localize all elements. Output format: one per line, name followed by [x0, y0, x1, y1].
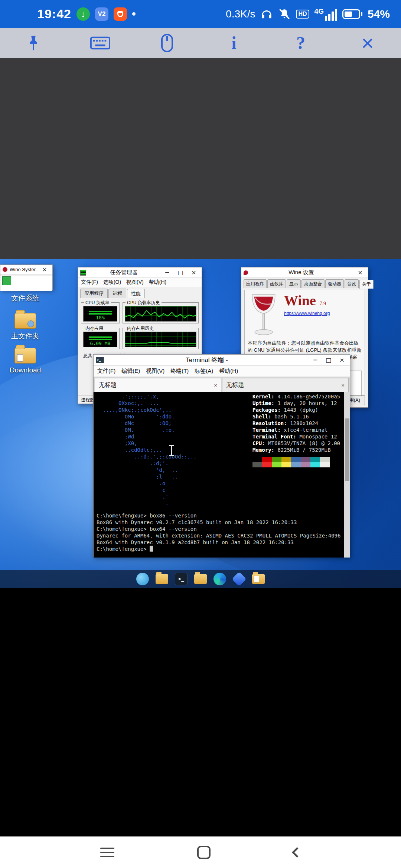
back-icon[interactable] — [292, 847, 302, 857]
tab-label: 无标题 — [99, 381, 211, 389]
winehq-link[interactable]: https://www.winehq.org — [284, 311, 330, 316]
menu-item[interactable]: 帮助(H) — [219, 368, 238, 375]
taskman-titlebar[interactable]: 任务管理器 ─ □ × — [78, 267, 202, 278]
palette-swatch — [272, 462, 281, 467]
terminal-icon[interactable]: >_ — [174, 572, 188, 586]
clock: 19:42 — [37, 7, 71, 21]
status-right-group: 0.3K/s HD 4G 54% — [226, 7, 390, 21]
remote-viewport[interactable]: 文件系统 主文件夹 Download Wine Syster... × — [0, 58, 401, 588]
gem-app-icon[interactable] — [232, 572, 246, 586]
icon-label: Download — [10, 366, 41, 374]
close-session-button[interactable]: × — [351, 30, 384, 56]
desktop-icon-download[interactable]: Download — [3, 348, 48, 374]
menu-item[interactable]: 视图(V) — [126, 279, 144, 286]
maximize-button[interactable]: □ — [175, 268, 186, 277]
scrollbar-thumb[interactable] — [345, 418, 349, 481]
bird-app-icon[interactable] — [136, 572, 150, 586]
terminal-tab[interactable]: 无标题 × — [222, 378, 349, 392]
tray-app-icon[interactable] — [2, 276, 11, 285]
menu-item[interactable]: 文件(F) — [81, 279, 98, 286]
terminal-tabbar: 无标题 × 无标题 × — [94, 377, 350, 392]
menu-item[interactable]: 终端(T) — [170, 368, 189, 375]
info-button[interactable]: i — [217, 30, 251, 56]
close-button[interactable]: × — [39, 265, 50, 274]
menu-item[interactable]: 视图(V) — [146, 368, 164, 375]
memory-led-meter: 6.09 MB — [83, 332, 117, 347]
terminal-screen[interactable]: .';::;;,'.x, 0Xxoc:,. ... ....,ONkc;.;co… — [94, 392, 350, 558]
home-icon[interactable] — [197, 846, 211, 859]
home-folder-icon — [14, 313, 36, 329]
tab-libraries[interactable]: 函数库 — [267, 279, 286, 288]
hd-badge: HD — [296, 10, 309, 19]
palette-swatch — [281, 457, 291, 462]
palette-swatch — [301, 462, 310, 467]
help-button[interactable]: ? — [284, 30, 317, 56]
tab-close-icon[interactable]: × — [214, 382, 217, 388]
tab-applications[interactable]: 应用程序 — [244, 279, 267, 288]
maximize-button[interactable]: □ — [323, 356, 334, 365]
minimize-button[interactable]: ─ — [310, 356, 321, 365]
menu-icon[interactable] — [100, 848, 114, 857]
terminal-titlebar[interactable]: >_ Terminal 终端 - ─ □ × — [94, 355, 350, 366]
pin-button[interactable] — [17, 30, 50, 56]
wine-logo-text: Wine 7.9 — [284, 293, 330, 309]
cpu-usage-value: 18% — [96, 315, 104, 320]
performance-panel: CPU 负载率 18% 内存占用 6.09 MB — [78, 298, 202, 349]
minimize-button[interactable]: ─ — [162, 268, 173, 277]
menu-item[interactable]: 编辑(E) — [121, 368, 140, 375]
folder-icon[interactable] — [193, 572, 208, 586]
close-button[interactable]: × — [355, 268, 366, 277]
winecfg-tabs: 应用程序 函数库 显示 桌面整合 驱动器 音效 关于 — [241, 278, 368, 288]
folder-icon[interactable] — [155, 572, 169, 586]
help-icon: ? — [296, 34, 305, 52]
menu-item[interactable]: 文件(F) — [97, 368, 115, 375]
tab-about[interactable]: 关于 — [359, 280, 374, 289]
menu-item[interactable]: 选项(O) — [103, 279, 121, 286]
tab-drives[interactable]: 驱动器 — [325, 279, 344, 288]
wine-icon — [3, 267, 7, 272]
info-icon: i — [231, 34, 236, 52]
remote-desktop[interactable]: 文件系统 主文件夹 Download Wine Syster... × — [0, 259, 401, 588]
tab-applications[interactable]: 应用程序 — [80, 289, 108, 298]
edge-browser-icon[interactable] — [213, 572, 227, 586]
task-manager-icon — [80, 270, 86, 276]
battery-icon — [342, 9, 362, 19]
wine-tray-window[interactable]: Wine Syster... × — [0, 264, 53, 290]
mouse-button[interactable] — [150, 30, 184, 56]
cpu-history-graph — [125, 306, 196, 322]
memory-gauge-group: 内存占用 6.09 MB — [81, 328, 120, 349]
cpu-led-meter: 18% — [83, 306, 117, 322]
palette-swatch — [252, 462, 262, 467]
tab-processes[interactable]: 进程 — [108, 289, 126, 298]
keyboard-button[interactable] — [84, 30, 117, 56]
winecfg-titlebar[interactable]: Wine 设置 × — [241, 267, 368, 278]
memory-usage-value: 6.09 MB — [90, 341, 111, 346]
desktop-icon-home[interactable]: 主文件夹 — [3, 313, 48, 341]
tray-body — [0, 276, 52, 291]
terminal-tab[interactable]: 无标题 × — [95, 378, 221, 392]
signal-bars-icon: 4G — [314, 7, 337, 21]
menu-item[interactable]: 帮助(H) — [149, 279, 166, 286]
menu-item[interactable]: 标签(A) — [195, 368, 213, 375]
terminal-scrollbar[interactable] — [344, 392, 350, 558]
remote-toolbar: i ? × — [0, 28, 401, 58]
close-button[interactable]: × — [336, 356, 348, 365]
tab-desktop-integration[interactable]: 桌面整合 — [301, 279, 325, 288]
tab-audio[interactable]: 音效 — [345, 279, 359, 288]
terminal-window[interactable]: >_ Terminal 终端 - ─ □ × 文件(F)编辑(E)视图(V)终端… — [93, 354, 350, 557]
store-glyph — [117, 11, 123, 17]
neofetch-sysinfo: Kernel4.14.186-g5ed75200a5Uptime1 day, 2… — [252, 393, 343, 453]
terminal-color-palette — [252, 457, 330, 467]
terminal-icon: >_ — [96, 357, 104, 363]
palette-swatch — [310, 462, 320, 467]
tab-graphics[interactable]: 显示 — [287, 279, 301, 288]
wine-glass-icon — [244, 270, 248, 275]
tab-performance[interactable]: 性能 — [127, 289, 145, 298]
status-left-group: 19:42 ↓ V2 — [11, 7, 136, 21]
close-button[interactable]: × — [188, 268, 199, 277]
tab-close-icon[interactable]: × — [341, 382, 345, 388]
terminal-output: C:\home\fengxue> box86 --version Box86 w… — [97, 512, 343, 552]
tray-titlebar[interactable]: Wine Syster... × — [0, 265, 52, 274]
headset-icon — [260, 8, 273, 20]
files-icon[interactable] — [251, 572, 265, 586]
